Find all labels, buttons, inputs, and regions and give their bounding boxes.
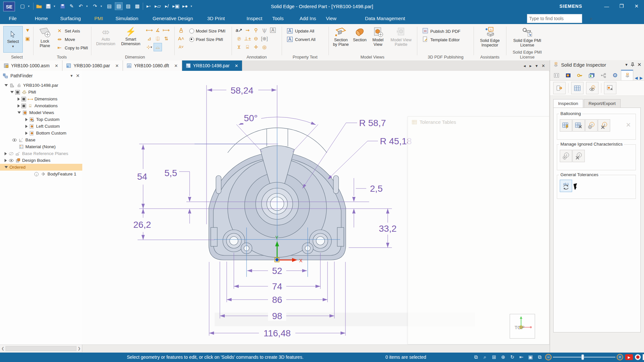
undo-icon[interactable]: ↶ [77,3,84,10]
collapse-icon[interactable] [18,97,20,101]
restore-ignored-button[interactable]: 1 [560,150,572,162]
dimension-groove-icon[interactable]: ⌓ [154,43,162,51]
tab-pmi[interactable]: PMI [93,12,104,25]
dim-height-26-2[interactable]: 26,2 [133,220,151,230]
shaded-edges-view-icon[interactable]: ▨ [125,3,132,10]
doc-tab-close-icon[interactable]: ✕ [235,63,238,68]
model-view-button[interactable]: Model View [369,27,386,47]
eye-off-icon[interactable] [8,151,14,156]
collapse-icon[interactable] [5,152,7,155]
tab-scroll-right-icon[interactable]: ▸ [530,63,532,68]
key-tab-icon[interactable] [574,71,586,80]
tree-item-ordered[interactable]: Ordered [0,164,82,171]
lock-plane-button[interactable]: Lock Plane [36,27,53,48]
zoom-out-icon[interactable]: − [545,354,552,360]
close-button[interactable]: ✕ [629,0,644,12]
upload-icon[interactable]: ⇧ [643,354,644,360]
pathfinder-hscrollbar[interactable]: ❮❯ [0,344,82,352]
zoom-slider-track[interactable] [552,354,617,360]
callout-icon[interactable]: ⌸ [243,43,252,51]
doc-tab-yrb100-1000-asm[interactable]: YRB100-1000.asm✕ [0,60,62,71]
symmetric-diameter-icon[interactable]: ⊿ [145,34,154,43]
pathfinder-menu-icon[interactable]: ▼ [70,74,73,78]
dim-gap-2-5[interactable]: 2,5 [370,184,383,194]
minimize-button[interactable]: — [599,0,614,12]
sketch-icon[interactable]: ✎ [68,3,75,10]
pan-icon[interactable]: ⊕ [500,354,507,361]
target-point-icon[interactable]: ◎ [260,43,269,51]
collapse-icon[interactable] [25,118,28,121]
tree-item-model-views[interactable]: Model Views [0,109,82,116]
angle-between-icon[interactable]: ∡ [154,26,162,34]
text-box-icon[interactable]: 🄰 [269,26,277,34]
rotate-icon[interactable]: ↻ [509,354,516,361]
tree-item-bodyfeature[interactable]: iBodyFeature 1 [0,171,82,177]
surface-finish-icon[interactable]: ⊻ [235,43,243,51]
select-button[interactable]: Select ▼ [3,26,23,53]
next-body-icon[interactable]: ▸● [181,3,189,10]
tab-list-dropdown-icon[interactable]: ▾ [536,63,538,68]
expand-icon[interactable] [18,111,21,114]
doc-tab-close-icon[interactable]: ✕ [174,63,178,68]
save-as-dropdown-icon[interactable]: ▾ [54,5,57,8]
select-filter-icon[interactable]: ▼ [24,27,31,33]
inspector-tab-icon[interactable]: A [621,70,633,80]
dimension-move-icon[interactable]: ⇅ [162,34,170,43]
tab-scroll-left-icon[interactable]: ◂ [524,63,526,68]
select-box-icon[interactable]: ▣ [24,36,31,42]
expand-icon[interactable] [5,84,8,86]
coordinate-dimension-icon[interactable]: ⟼ [162,26,170,34]
dim-width-86[interactable]: 86 [272,295,282,305]
update-all-button[interactable]: 🄰Update All [286,28,314,34]
strip-scroll-left-icon[interactable]: ◀ [635,76,638,80]
checkbox-icon[interactable] [21,97,26,101]
heatmap-tab-icon[interactable] [562,71,574,80]
view-orientation-indicator[interactable]: TOP [510,314,535,339]
record-indicator-icon[interactable] [635,354,641,360]
settings-window-button[interactable] [604,82,616,94]
expand-icon[interactable] [10,91,14,93]
copy-image-icon[interactable]: ⧉ [536,354,543,361]
tab-generative-design[interactable]: Generative Design [151,12,194,24]
fit-window-icon[interactable]: ⊞ [490,354,498,361]
distance-between-icon[interactable]: ⟷ [145,26,154,34]
save-icon[interactable] [59,3,66,10]
views-tab-icon[interactable] [586,71,597,80]
publish-3d-pdf-button[interactable]: 3DPublish 3D PDF [422,28,460,35]
edge-condition-icon[interactable]: ✛ [252,43,260,51]
doc-tab-close-icon[interactable]: ✕ [115,63,119,68]
tab-file[interactable]: File [7,12,18,24]
balloon-icon[interactable]: ⚲ [252,26,260,34]
model-canvas[interactable]: 58,24 50° R 58,7 R 45,18 54 5,5 2,5 26,2… [82,71,549,344]
zoom-area-icon[interactable]: ⧉ [472,354,479,361]
redo-dropdown-icon[interactable]: ▾ [101,5,104,8]
app-menu-button[interactable]: SE [3,2,15,11]
previous-view-icon[interactable]: ⇤ [518,354,525,361]
ignore-characteristic-balloon-button[interactable]: 1 [598,119,610,132]
move-button[interactable]: ⇹Move [56,36,75,42]
solid-edge-inspector-button[interactable]: A Solid Edge Inspector [477,27,503,47]
find-tools-input[interactable] [527,16,590,21]
feature-frame-icon[interactable]: [⊕] [260,34,269,43]
dim-width-52[interactable]: 52 [272,266,282,276]
hierarchy-tab-icon[interactable] [597,71,609,80]
panel-menu-icon[interactable]: ▼ [625,63,628,67]
shaded-view-icon[interactable]: ▧ [115,2,123,10]
checkbox-icon[interactable] [21,104,26,108]
auto-balloon-button[interactable] [560,119,572,132]
eye-icon[interactable] [8,158,14,163]
doc-tab-yrb100-1498-par[interactable]: YRB100-1498.par✕ [182,60,243,71]
pmi-license-button[interactable]: Solid Edge PMI License [509,27,545,47]
doc-tab-close-icon[interactable]: ✕ [55,63,58,68]
qat-customize-icon[interactable]: ▾ [191,5,194,8]
dimension-group2-icon[interactable]: ⎅ [154,34,162,43]
collapse-icon[interactable] [25,132,28,135]
template-editor-button[interactable]: Template Editor [422,36,460,43]
weld-symbol-icon[interactable]: \|/ [260,26,269,34]
scroll-right-icon[interactable]: ❯ [78,346,81,351]
undo-dropdown-icon[interactable]: ▾ [86,5,89,8]
set-axis-button[interactable]: ✕Set Axis [56,28,80,34]
tree-item-left-custom[interactable]: Left Custom [0,123,82,130]
dim-width-98[interactable]: 98 [272,311,282,321]
tab-view[interactable]: View [325,12,338,24]
